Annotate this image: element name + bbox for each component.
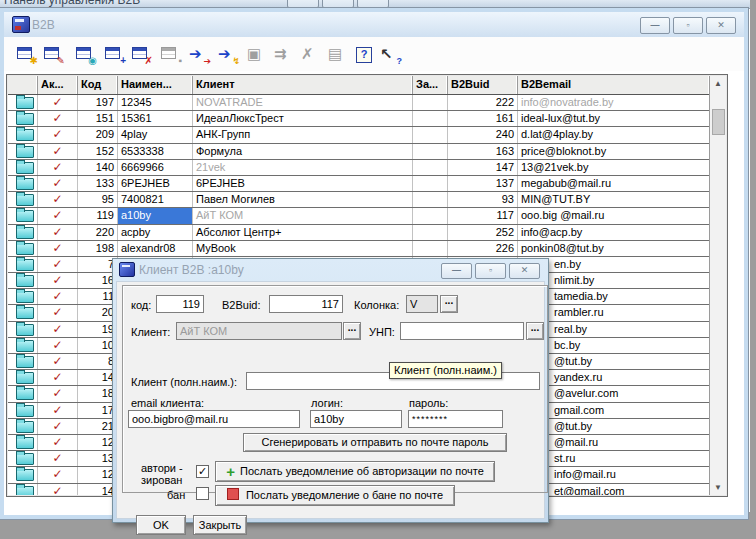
folder-icon[interactable] bbox=[16, 178, 34, 190]
table-row[interactable]: ✓19712345NOVATRADE222info@novatrade.by bbox=[8, 95, 710, 111]
table-row[interactable]: ✓220acpbyАбсолют Центр+252info@acp.by bbox=[8, 225, 710, 241]
send-auth-notice-button[interactable]: +Послать уведомление об авторизации по п… bbox=[215, 461, 495, 482]
active-check-icon: ✓ bbox=[38, 419, 77, 433]
folder-icon[interactable] bbox=[16, 259, 34, 271]
active-check-icon: ✓ bbox=[38, 95, 77, 109]
edit-record-icon[interactable]: ✎ bbox=[43, 44, 63, 64]
dialog-close-button[interactable]: ✕ bbox=[509, 263, 540, 279]
find-record-icon[interactable]: ◉ bbox=[75, 44, 95, 64]
folder-icon[interactable] bbox=[16, 194, 34, 206]
klient-browse-button[interactable]: ... bbox=[343, 322, 361, 340]
active-check-icon: ✓ bbox=[38, 370, 77, 384]
active-check-icon: ✓ bbox=[38, 273, 77, 287]
close-dialog-button[interactable]: Закрыть bbox=[193, 515, 247, 535]
active-check-icon: ✓ bbox=[38, 176, 77, 190]
table-row[interactable]: ✓140666996621vek14713@21vek.by bbox=[8, 160, 710, 176]
b2buid-field[interactable]: 117 bbox=[269, 295, 343, 313]
folder-icon[interactable] bbox=[16, 113, 34, 125]
folder-icon[interactable] bbox=[16, 437, 34, 449]
folder-icon[interactable] bbox=[16, 243, 34, 255]
grid-scrollbar[interactable]: ▲ ▼ bbox=[709, 76, 726, 495]
ban-checkbox[interactable] bbox=[196, 487, 209, 500]
folder-icon[interactable] bbox=[16, 356, 34, 368]
folder-icon[interactable] bbox=[16, 469, 34, 481]
b2b-close-button[interactable]: ✕ bbox=[706, 17, 736, 34]
scroll-down-icon[interactable]: ▼ bbox=[711, 480, 725, 495]
unp-label: УНП: bbox=[369, 326, 395, 338]
post-record-icon: ▪ bbox=[160, 44, 180, 64]
table-row[interactable]: ✓2094playАНК-Групп240d.lat@4play.by bbox=[8, 127, 710, 143]
column-header-0[interactable] bbox=[8, 76, 38, 94]
column-header-5[interactable]: За... bbox=[413, 76, 448, 94]
folder-icon[interactable] bbox=[16, 210, 34, 222]
export-records-icon[interactable]: ➔➔ bbox=[189, 44, 209, 64]
folder-icon[interactable] bbox=[16, 388, 34, 400]
delete-record-icon[interactable]: ✗ bbox=[131, 44, 151, 64]
folder-icon[interactable] bbox=[16, 372, 34, 384]
email-field[interactable]: ooo.bigbro@mail.ru bbox=[128, 410, 300, 428]
folder-icon[interactable] bbox=[16, 146, 34, 158]
dialog-maximize-button[interactable]: ▫ bbox=[475, 263, 506, 279]
grid-header: Ак...КодНаимен...КлиентЗа...B2BuidB2Bema… bbox=[8, 76, 710, 95]
scrollbar-thumb[interactable] bbox=[712, 109, 725, 135]
unp-field[interactable] bbox=[400, 322, 524, 340]
table-row[interactable]: ✓1526533338Формула163price@bloknot.by bbox=[8, 144, 710, 160]
active-check-icon: ✓ bbox=[38, 111, 77, 125]
client-dialog: Клиент B2B :a10by — ▫ ✕ код: 119 B2Buid:… bbox=[112, 258, 549, 523]
add-record-icon[interactable]: + bbox=[104, 44, 124, 64]
kod-field[interactable]: 119 bbox=[156, 295, 204, 313]
main-maximize-button[interactable] bbox=[322, 0, 354, 8]
main-minimize-button[interactable] bbox=[287, 0, 319, 8]
folder-icon[interactable] bbox=[16, 340, 34, 352]
ok-button[interactable]: OK bbox=[136, 515, 186, 535]
help-icon[interactable]: ? bbox=[356, 44, 376, 64]
column-header-1[interactable]: Ак... bbox=[38, 76, 78, 94]
send-records-icon[interactable]: ➔↯ bbox=[218, 44, 238, 64]
dialog-titlebar[interactable]: Клиент B2B :a10by — ▫ ✕ bbox=[113, 259, 548, 280]
folder-icon[interactable] bbox=[16, 453, 34, 465]
new-record-icon[interactable]: ✱ bbox=[16, 44, 36, 64]
authorized-checkbox[interactable]: ✓ bbox=[196, 465, 209, 478]
login-field[interactable]: a10by bbox=[310, 410, 402, 428]
folder-icon[interactable] bbox=[16, 324, 34, 336]
folder-icon[interactable] bbox=[16, 97, 34, 109]
table-row[interactable]: ✓957400821Павел Могилев93MIN@TUT.BY bbox=[8, 192, 710, 208]
column-header-2[interactable]: Код bbox=[78, 76, 118, 94]
b2b-maximize-button[interactable]: ▫ bbox=[673, 17, 703, 34]
b2b-titlebar[interactable]: B2B — ▫ ✕ bbox=[4, 12, 744, 37]
email-label: email клиента: bbox=[131, 397, 204, 409]
folder-icon[interactable] bbox=[16, 129, 34, 141]
send-ban-notice-button[interactable]: Послать уведомление о бане по почте bbox=[215, 485, 455, 506]
dialog-minimize-button[interactable]: — bbox=[441, 263, 472, 279]
column-header-7[interactable]: B2Bemail bbox=[518, 76, 710, 94]
main-close-button[interactable] bbox=[357, 0, 389, 8]
column-header-4[interactable]: Клиент bbox=[193, 76, 413, 94]
kolonka-browse-button[interactable]: ... bbox=[440, 295, 458, 313]
b2b-minimize-button[interactable]: — bbox=[640, 17, 670, 34]
folder-icon[interactable] bbox=[16, 275, 34, 287]
folder-icon[interactable] bbox=[16, 486, 34, 496]
folder-icon[interactable] bbox=[16, 291, 34, 303]
password-field[interactable]: ******** bbox=[408, 410, 503, 428]
folder-icon[interactable] bbox=[16, 405, 34, 417]
table-row[interactable]: ✓1336PEJHEB6PEJHEB137megabub@mail.ru bbox=[8, 176, 710, 192]
folder-icon[interactable] bbox=[16, 421, 34, 433]
context-help-icon[interactable]: ↖? bbox=[380, 44, 400, 64]
active-check-icon: ✓ bbox=[38, 225, 77, 239]
kod-label: код: bbox=[131, 299, 151, 311]
generate-password-button[interactable]: Сгенерировать и отправить по почте парол… bbox=[243, 433, 507, 452]
cancel-records-icon: ✗ bbox=[301, 44, 321, 64]
column-header-3[interactable]: Наимен... bbox=[118, 76, 193, 94]
field-tooltip: Клиент (полн.наим.) bbox=[389, 362, 502, 379]
unp-browse-button[interactable]: ... bbox=[526, 322, 544, 340]
table-row[interactable]: ✓15115361ИдеалЛюксТрест161ideal-lux@tut.… bbox=[8, 111, 710, 127]
folder-icon[interactable] bbox=[16, 307, 34, 319]
table-row[interactable]: ✓119a10byАйТ КОМ117ooo.big @mail.ru bbox=[8, 208, 710, 224]
dialog-body: код: 119 B2Buid: 117 Колонка: V ... Клие… bbox=[116, 281, 545, 519]
folder-icon[interactable] bbox=[16, 162, 34, 174]
table-row[interactable]: ✓198alexandr08MyBook226ponkin08@tut.by bbox=[8, 241, 710, 257]
column-header-6[interactable]: B2Buid bbox=[448, 76, 518, 94]
folder-icon[interactable] bbox=[16, 227, 34, 239]
authorized-label-line1: автори - bbox=[141, 462, 183, 474]
scroll-up-icon[interactable]: ▲ bbox=[711, 76, 725, 91]
